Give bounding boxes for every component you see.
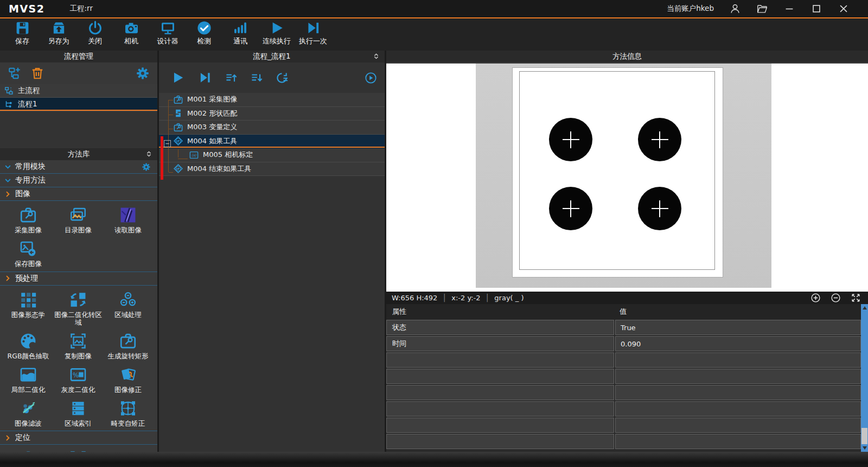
toolbox-icon [119,332,137,350]
close-button[interactable] [838,3,850,15]
move-down-button[interactable] [251,72,263,84]
save-button[interactable]: 保存 [7,20,37,50]
method-item-区域索引[interactable]: 区域索引 [53,396,103,430]
tree-connector-stub [169,129,173,129]
collapse-expander-box[interactable]: − [164,140,171,147]
delete-flow-button[interactable] [30,66,44,80]
property-row[interactable] [386,385,861,400]
process-tree-item-process-1[interactable]: 流程1 [0,98,157,111]
zoom-out-icon[interactable] [831,293,841,303]
section-common-modules[interactable]: 常用模块 [0,160,157,174]
run-flow-button[interactable] [171,71,185,85]
property-name-cell [386,434,614,449]
zoom-in-icon[interactable] [810,293,821,303]
flow-panel-title: 流程_流程1 [253,52,290,61]
scroll-up-arrow-icon[interactable] [861,305,868,311]
save-as-icon [51,20,67,36]
communication-button[interactable]: 通讯 [225,20,256,50]
run-continuous-button[interactable]: 连续执行 [261,20,292,50]
collapse-panel-icon[interactable] [372,52,380,60]
check-circle-icon [196,20,212,36]
property-table-body: 状态True时间0.090 [386,319,861,449]
breakpoint-marker [161,136,163,180]
mvs2-window: MVS2 工程:rr 当前账户hkeb 保存另存为关闭相机设计器检测通讯连续执行… [0,0,868,467]
detect-button[interactable]: 检测 [189,20,219,50]
method-item-图像滤波[interactable]: 图像滤波 [3,396,53,430]
property-row[interactable] [386,369,861,384]
method-item-区域处理[interactable]: 区域处理 [103,288,153,330]
image-viewer[interactable] [386,64,868,292]
flow-step-m004-endif[interactable]: IFM004 结束如果工具 [159,162,385,176]
table-scrollbar[interactable] [861,304,868,452]
move-up-button[interactable] [225,72,238,84]
method-item-label: 生成旋转矩形 [108,352,149,361]
add-flow-button[interactable] [8,66,22,80]
property-row-时间[interactable]: 时间0.090 [386,336,861,351]
scrollbar-thumb[interactable] [861,428,867,444]
property-row-状态[interactable]: 状态True [386,320,861,335]
process-tree-item-main-process[interactable]: 主流程 [0,84,157,98]
method-item-复制图像[interactable]: 复制图像 [53,329,103,363]
step-flow-button[interactable] [198,71,212,85]
method-item-目录图像[interactable]: 目录图像 [53,203,103,237]
flow-step-m004-if[interactable]: IFM004 如果工具 [159,135,385,149]
cursor-position-label: x:-2 y:-2 [451,294,480,302]
method-item-灰度二值化[interactable]: %灰度二值化 [53,363,103,396]
method-item[interactable] [3,447,53,452]
property-value-cell [615,369,861,384]
module-settings-gear-icon[interactable] [142,162,151,172]
method-item-label: 畸变自矫正 [111,420,145,428]
run-selected-button[interactable] [365,72,377,84]
method-item-畸变自矫正[interactable]: 畸变自矫正 [103,396,153,430]
method-item-RGB颜色抽取[interactable]: RGB颜色抽取 [3,329,53,363]
viewer-status-bar: W:656 H:492 │ x:-2 y:-2 │ gray( _ ) [386,292,868,304]
method-item-保存图像[interactable]: 保存图像 [3,237,53,270]
run-once-button[interactable]: 执行一次 [298,20,328,50]
method-item-label: 采集图像 [15,226,42,235]
method-item-局部二值化[interactable]: 局部二值化 [3,363,53,396]
method-item-读取图像[interactable]: 读取图像 [103,203,153,237]
flow-step-m005[interactable]: (x)M005 相机标定 [159,148,385,162]
image-correct-icon [119,365,137,384]
tree-connector-stub [169,172,173,173]
flow-step-m001[interactable]: M001 采集图像 [159,93,385,107]
chevron-right-icon [4,190,12,198]
section-locate[interactable]: 定位 [0,431,157,445]
method-item-采集图像[interactable]: 采集图像 [3,203,53,237]
designer-button[interactable]: 设计器 [152,20,183,50]
open-folder-icon[interactable] [756,3,768,15]
fit-view-icon[interactable] [851,293,861,303]
minimize-button[interactable] [783,3,795,15]
camera-button[interactable]: 相机 [116,20,146,50]
scroll-down-arrow-icon[interactable] [861,445,868,451]
method-item-图像修正[interactable]: 图像修正 [103,363,153,396]
flow-settings-gear-icon[interactable] [136,66,150,80]
shape-match-icon [173,108,183,118]
save-as-button[interactable]: 另存为 [43,20,74,50]
property-row[interactable] [386,401,861,416]
property-row[interactable] [386,434,861,449]
method-item-生成旋转矩形[interactable]: 生成旋转矩形 [103,329,153,363]
method-item[interactable] [53,447,103,452]
process-manager-title: 流程管理 [64,52,93,61]
section-image[interactable]: 图像 [0,187,157,201]
flow-step-label: M002 形状匹配 [187,109,237,118]
property-row[interactable] [386,418,861,433]
close-project-button[interactable]: 关闭 [80,20,110,50]
collapse-panel-icon[interactable] [145,150,153,158]
process-manager-panel: 流程管理 主流程流程1 方法库 常用模块专用方法图像采集图像目录图像读取图像保存… [0,51,157,452]
window-shadow [0,452,868,467]
method-item-label: RGB颜色抽取 [8,352,49,361]
loop-run-button[interactable] [276,72,289,84]
method-item-图像二值化转区域[interactable]: 图像二值化转区域 [53,288,103,330]
flow-step-m003[interactable]: M003 变量定义 [159,121,385,135]
property-row[interactable] [386,352,861,368]
method-item-图像形态学[interactable]: 图像形态学 [3,288,53,330]
section-special-methods[interactable]: 专用方法 [0,174,157,187]
maximize-button[interactable] [810,3,822,15]
method-item[interactable] [103,447,153,452]
section-preprocess[interactable]: 预处理 [0,272,157,286]
user-icon[interactable] [729,3,741,15]
flow-step-m002[interactable]: M002 形状匹配 [159,107,385,121]
if-icon: IF [173,163,183,174]
